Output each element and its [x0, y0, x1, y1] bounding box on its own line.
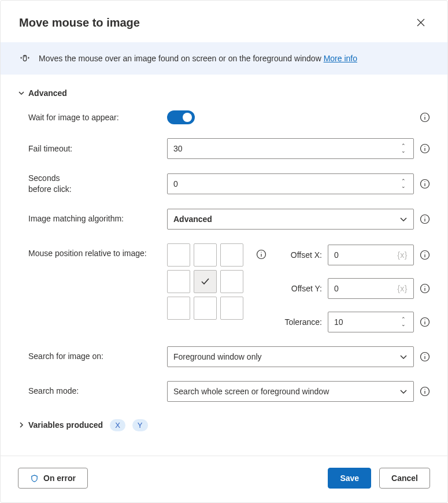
variable-x-badge[interactable]: X [110, 419, 125, 431]
variable-picker-icon[interactable]: {x} [397, 250, 408, 260]
pos-bottom-right[interactable] [220, 297, 243, 320]
advanced-form: Wait for image to appear: Fail timeout: … [18, 110, 430, 402]
chevron-down-icon [399, 215, 408, 223]
tolerance-label: Tolerance: [279, 317, 322, 327]
move-mouse-icon [19, 53, 31, 64]
row-offset-x: Offset X: 0 {x} [279, 245, 430, 265]
offset-x-info[interactable] [420, 250, 430, 260]
check-icon [200, 276, 210, 287]
pos-middle-left[interactable] [167, 270, 190, 293]
section-variables[interactable]: Variables produced X Y [18, 419, 430, 431]
on-error-button[interactable]: On error [18, 468, 88, 489]
search-mode-label: Search mode: [28, 386, 167, 397]
fail-timeout-input[interactable]: 30 ⌃⌄ [167, 138, 414, 159]
svg-point-27 [424, 319, 425, 320]
pos-top-left[interactable] [167, 243, 190, 267]
image-matching-info[interactable] [420, 214, 430, 224]
svg-point-21 [424, 252, 425, 253]
dialog-body: Advanced Wait for image to appear: Fail … [1, 75, 447, 456]
image-matching-label: Image matching algorithm: [28, 213, 167, 224]
svg-point-18 [261, 252, 261, 252]
svg-point-12 [424, 181, 425, 182]
svg-point-15 [424, 216, 425, 217]
more-info-link[interactable]: More info [324, 54, 357, 63]
pos-middle-center[interactable] [194, 270, 217, 293]
svg-point-24 [424, 286, 425, 286]
row-wait: Wait for image to appear: [28, 110, 430, 124]
search-on-select[interactable]: Foreground window only [167, 346, 414, 367]
image-matching-select[interactable]: Advanced [167, 209, 414, 230]
pos-bottom-left[interactable] [167, 297, 190, 320]
tolerance-info[interactable] [420, 317, 430, 327]
position-grid [167, 243, 243, 320]
seconds-before-click-spinner[interactable]: ⌃⌄ [399, 175, 408, 193]
save-button[interactable]: Save [328, 468, 371, 489]
offset-y-label: Offset Y: [279, 284, 322, 293]
dialog-title: Move mouse to image [19, 16, 140, 29]
dialog-footer: On error Save Cancel [1, 456, 447, 502]
close-button[interactable] [412, 13, 430, 32]
chevron-down-icon [18, 90, 25, 97]
offset-y-info[interactable] [420, 283, 430, 294]
search-mode-info[interactable] [420, 386, 430, 397]
row-mouse-position: Mouse position relative to image: [28, 243, 430, 332]
fail-timeout-label: Fail timeout: [28, 143, 167, 154]
tolerance-input[interactable]: 10 ⌃⌄ [328, 312, 414, 332]
svg-point-6 [424, 115, 425, 116]
chevron-right-icon [18, 421, 25, 428]
row-fail-timeout: Fail timeout: 30 ⌃⌄ [28, 138, 430, 159]
variable-y-badge[interactable]: Y [132, 419, 148, 431]
info-banner: Moves the mouse over an image found on s… [1, 42, 447, 75]
pos-top-center[interactable] [194, 243, 217, 267]
variable-picker-icon[interactable]: {x} [397, 284, 408, 293]
row-image-matching: Image matching algorithm: Advanced [28, 209, 430, 230]
close-icon [416, 18, 425, 27]
tolerance-spinner[interactable]: ⌃⌄ [399, 313, 408, 331]
offset-x-label: Offset X: [279, 250, 322, 260]
pos-middle-right[interactable] [220, 270, 243, 293]
chevron-down-icon [399, 353, 408, 361]
wait-label: Wait for image to appear: [28, 112, 167, 123]
svg-point-9 [424, 146, 425, 147]
row-search-on: Search for image on: Foreground window o… [28, 346, 430, 367]
offset-column: Offset X: 0 {x} Offset Y: 0 {x} [279, 243, 430, 332]
svg-point-33 [424, 389, 425, 389]
row-search-mode: Search mode: Search whole screen or fore… [28, 381, 430, 402]
offset-y-input[interactable]: 0 {x} [328, 278, 414, 299]
row-tolerance: Tolerance: 10 ⌃⌄ [279, 312, 430, 332]
seconds-before-click-input[interactable]: 0 ⌃⌄ [167, 173, 414, 194]
cancel-button[interactable]: Cancel [379, 468, 430, 489]
search-mode-select[interactable]: Search whole screen or foreground window [167, 381, 414, 402]
wait-info[interactable] [420, 112, 430, 123]
wait-toggle[interactable] [167, 110, 195, 124]
search-on-info[interactable] [420, 352, 430, 362]
mouse-position-label: Mouse position relative to image: [28, 243, 167, 259]
fail-timeout-info[interactable] [420, 143, 430, 154]
pos-bottom-center[interactable] [194, 297, 217, 320]
mouse-position-info[interactable] [256, 249, 266, 260]
seconds-before-click-label: Seconds before click: [28, 173, 167, 195]
banner-text: Moves the mouse over an image found on s… [39, 54, 357, 63]
svg-point-30 [424, 354, 425, 354]
dialog-header: Move mouse to image [1, 1, 447, 42]
seconds-before-click-info[interactable] [420, 179, 430, 189]
search-on-label: Search for image on: [28, 351, 167, 362]
section-advanced[interactable]: Advanced [18, 88, 430, 98]
shield-icon [30, 474, 39, 483]
move-mouse-to-image-dialog: Move mouse to image Moves the mouse over… [0, 0, 448, 503]
chevron-down-icon [399, 387, 408, 395]
fail-timeout-spinner[interactable]: ⌃⌄ [399, 140, 408, 157]
row-offset-y: Offset Y: 0 {x} [279, 278, 430, 299]
pos-top-right[interactable] [220, 243, 243, 267]
row-seconds-before-click: Seconds before click: 0 ⌃⌄ [28, 173, 430, 195]
offset-x-input[interactable]: 0 {x} [328, 245, 414, 265]
